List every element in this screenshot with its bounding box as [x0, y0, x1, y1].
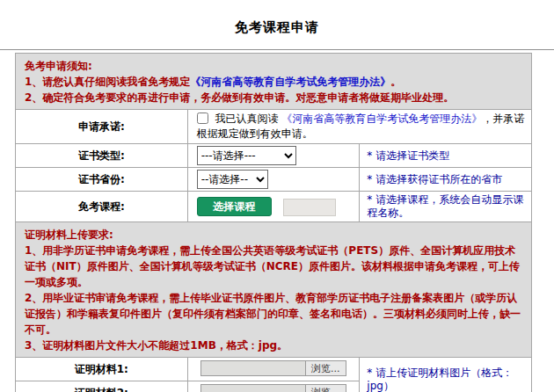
upload-requirements-line-1: 1、用非学历证书申请免考课程，需上传全国公共英语等级考试证书（PETS）原件、全…	[25, 243, 522, 290]
upload-2-file-input[interactable]: 浏览...	[200, 384, 346, 392]
promise-label: 申请承诺:	[16, 110, 188, 144]
upload-1-browse-button[interactable]: 浏览...	[305, 361, 346, 375]
form-table-bottom: 证明材料上传要求: 1、用非学历证书申请免考课程，需上传全国公共英语等级考试证书…	[15, 221, 532, 392]
upload-2-label: 证明材料2:	[16, 381, 188, 392]
upload-2-filename	[201, 385, 305, 392]
promise-regulation-link[interactable]: 《河南省高等教育自学考试免考管理办法》	[281, 113, 482, 125]
form-table-top: 免考申请须知: 1、请您认真仔细阅读我省免考规定《河南省高等教育自学考试免考管理…	[15, 53, 532, 222]
exempt-course-label: 免考课程:	[16, 192, 188, 222]
upload-2-field: 浏览...	[187, 381, 360, 392]
cert-province-hint: * 请选择获得证书所在的省市	[360, 168, 532, 192]
promise-checkbox[interactable]	[197, 113, 208, 124]
promise-text-prefix: 我已认真阅读	[215, 113, 281, 125]
course-code-display	[283, 199, 336, 216]
cert-type-hint: * 请选择证书类型	[360, 144, 532, 168]
upload-1-field: 浏览...	[187, 358, 360, 381]
upload-requirements-row: 证明材料上传要求: 1、用非学历证书申请免考课程，需上传全国公共英语等级考试证书…	[16, 222, 532, 358]
cert-province-select[interactable]: --请选择--	[197, 170, 268, 189]
notice-line-1: 1、请您认真仔细阅读我省免考规定《河南省高等教育自学考试免考管理办法》。	[25, 74, 522, 90]
notice-row: 免考申请须知: 1、请您认真仔细阅读我省免考规定《河南省高等教育自学考试免考管理…	[16, 54, 532, 110]
upload-1-label: 证明材料1:	[16, 358, 188, 381]
title-divider	[0, 49, 554, 50]
exempt-course-row: 免考课程: 选择课程 * 请选择课程，系统会自动显示课程名称。	[16, 192, 532, 222]
regulation-link[interactable]: 《河南省高等教育自学考试免考管理办法》	[190, 76, 390, 88]
notice-line1-text: 1、请您认真仔细阅读我省免考规定	[25, 76, 190, 88]
upload-requirements-line-2: 2、用毕业证书审请免考课程，需上传毕业证书原件图片、教育部学历证书电子注册备案表…	[25, 290, 522, 338]
exempt-course-field: 选择课程	[187, 192, 360, 222]
cert-province-row: 证书省份: --请选择-- * 请选择获得证书所在的省市	[16, 168, 532, 192]
notice-panel: 免考申请须知: 1、请您认真仔细阅读我省免考规定《河南省高等教育自学考试免考管理…	[16, 54, 532, 110]
notice-line-2: 2、确定符合免考要求的再进行申请，务必做到有效申请。对恶意申请者将做延期毕业处理…	[25, 90, 522, 105]
page-title: 免考课程申请	[0, 0, 554, 36]
upload-hint: * 请上传证明材料图片（格式：jpg） * 证明材料图片文件大小不能超过1MB，…	[360, 358, 532, 392]
cert-type-field: ---请选择---	[187, 144, 360, 168]
upload-1-filename	[201, 361, 305, 375]
cert-type-label: 证书类型:	[16, 144, 188, 168]
cert-type-select[interactable]: ---请选择---	[197, 146, 296, 165]
application-form: 免考申请须知: 1、请您认真仔细阅读我省免考规定《河南省高等教育自学考试免考管理…	[15, 53, 532, 392]
promise-field: 我已认真阅读 《河南省高等教育自学考试免考管理办法》，并承诺根据规定做到有效申请…	[187, 110, 531, 144]
promise-row: 申请承诺: 我已认真阅读 《河南省高等教育自学考试免考管理办法》，并承诺根据规定…	[16, 110, 532, 144]
cert-province-label: 证书省份:	[16, 168, 188, 192]
upload-row-1: 证明材料1: 浏览... * 请上传证明材料图片（格式：jpg） * 证明材料图…	[16, 358, 532, 381]
upload-requirements-line-3: 3、证明材料图片文件大小不能超过1MB，格式：jpg。	[25, 338, 522, 353]
upload-requirements-panel: 证明材料上传要求: 1、用非学历证书申请免考课程，需上传全国公共英语等级考试证书…	[16, 222, 532, 358]
select-course-button[interactable]: 选择课程	[197, 197, 272, 216]
upload-requirements-heading: 证明材料上传要求:	[25, 227, 522, 243]
notice-line1-period: 。	[390, 76, 401, 88]
exempt-course-hint: * 请选择课程，系统会自动显示课程名称。	[360, 192, 532, 222]
upload-hint-line-1: * 请上传证明材料图片（格式：jpg）	[367, 367, 528, 392]
cert-type-row: 证书类型: ---请选择--- * 请选择证书类型	[16, 144, 532, 168]
upload-2-browse-button[interactable]: 浏览...	[305, 385, 346, 392]
notice-heading: 免考申请须知:	[25, 58, 522, 74]
upload-1-file-input[interactable]: 浏览...	[200, 360, 346, 376]
cert-province-field: --请选择--	[187, 168, 360, 192]
